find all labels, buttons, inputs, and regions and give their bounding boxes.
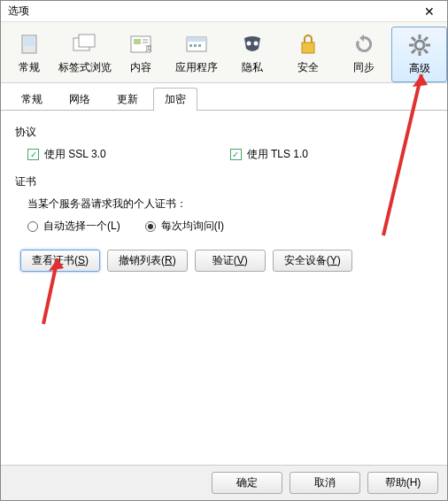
close-icon[interactable]: ✕ [417,4,442,19]
svg-rect-5 [134,39,141,44]
svg-rect-13 [198,44,201,47]
svg-rect-16 [302,42,314,53]
view-certs-button[interactable]: 查看证书(S) [20,250,100,272]
cert-heading: 证书 [15,174,433,189]
protocol-heading: 协议 [15,125,433,140]
ssl-label: 使用 SSL 3.0 [44,147,106,162]
ssl-checkbox[interactable]: 使用 SSL 3.0 [27,147,106,162]
window-title: 选项 [8,4,417,19]
svg-rect-3 [79,35,95,47]
checkbox-icon [27,149,39,160]
radio-auto-select[interactable]: 自动选择一个(L) [27,219,120,234]
help-button[interactable]: 帮助(H) [367,472,438,494]
radio-icon [27,221,38,232]
tls-label: 使用 TLS 1.0 [247,147,308,162]
svg-rect-10 [187,37,206,42]
tab-encryption[interactable]: 加密 [153,88,197,111]
tab-update[interactable]: 更新 [105,88,150,111]
toolbar-sync[interactable]: 同步 [336,27,391,82]
svg-rect-11 [189,44,192,47]
toolbar-apps[interactable]: 应用程序 [168,27,224,82]
apps-icon [168,30,224,58]
toolbar-advanced[interactable]: 高级 [391,27,447,82]
toolbar-general[interactable]: 常规 [1,27,57,82]
security-device-button[interactable]: 安全设备(Y) [273,250,352,272]
svg-rect-12 [194,44,197,47]
radio-icon [145,221,156,232]
content-icon: 页 [112,30,168,58]
mask-icon [224,30,280,58]
toolbar-security[interactable]: 安全 [280,27,336,82]
svg-line-24 [412,50,415,53]
svg-point-14 [246,42,251,46]
toolbar-content[interactable]: 页 内容 [112,27,168,82]
ok-button[interactable]: 确定 [212,472,282,494]
svg-text:页: 页 [145,44,152,52]
category-toolbar: 常规 标签式浏览 页 内容 应用程序 隐私 安全 同步 [1,22,447,83]
toolbar-tabs[interactable]: 标签式浏览 [57,27,112,82]
radio-ask-every-time[interactable]: 每次均询问(I) [145,219,224,234]
verify-button[interactable]: 验证(V) [195,250,266,272]
cancel-button[interactable]: 取消 [290,472,360,494]
lock-icon [280,30,336,58]
svg-line-23 [424,50,428,53]
sync-icon [336,30,391,58]
tls-checkbox[interactable]: 使用 TLS 1.0 [230,147,308,162]
revoke-list-button[interactable]: 撤销列表(R) [107,250,188,272]
tab-network[interactable]: 网络 [58,88,102,111]
sub-tabs: 常规 网络 更新 加密 [1,83,447,111]
svg-line-25 [424,37,428,41]
cert-desc: 当某个服务器请求我的个人证书： [15,197,433,212]
svg-rect-1 [24,37,35,46]
tab-general[interactable]: 常规 [10,88,54,111]
monitor-icon [1,30,57,58]
svg-line-22 [412,37,415,41]
tabs-icon [57,30,112,58]
gear-icon [392,31,446,59]
svg-point-17 [415,41,424,50]
svg-point-15 [253,42,258,46]
checkbox-icon [230,149,242,160]
toolbar-privacy[interactable]: 隐私 [224,27,280,82]
